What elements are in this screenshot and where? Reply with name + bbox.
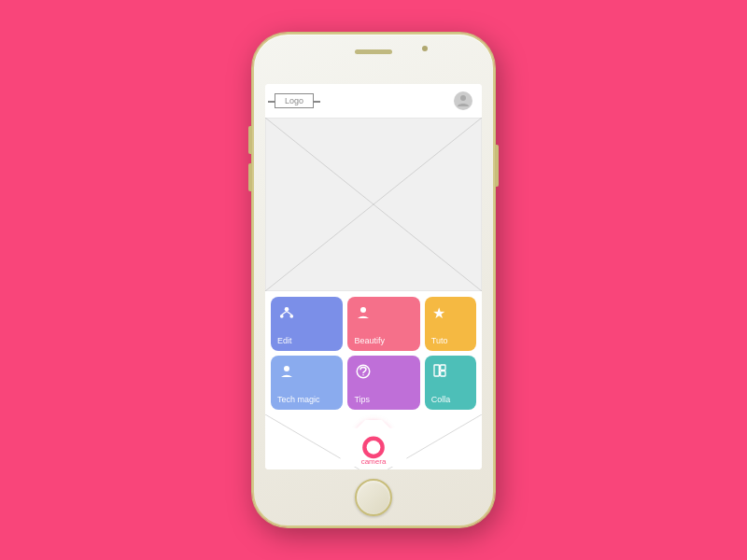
tiles-row-1: Edit Beautify ★ Tuto — [271, 297, 476, 351]
tile-tips[interactable]: Tips — [347, 356, 419, 410]
tile-edit-label: Edit — [277, 336, 292, 345]
app-header: Logo — [265, 84, 482, 118]
tile-techmagic[interactable]: Tech magic — [271, 356, 343, 410]
collage-icon — [432, 363, 447, 382]
svg-point-6 — [289, 315, 293, 318]
camera-label: camera — [361, 457, 387, 466]
tile-tutorial[interactable]: ★ Tuto — [425, 297, 476, 351]
svg-point-5 — [280, 315, 284, 318]
front-camera-dot — [422, 46, 428, 51]
svg-point-18 — [362, 437, 385, 459]
svg-line-7 — [282, 312, 287, 315]
svg-point-0 — [460, 95, 466, 101]
screen: Logo — [265, 84, 482, 469]
svg-line-17 — [388, 414, 482, 469]
tips-icon — [355, 363, 372, 384]
svg-line-8 — [287, 312, 291, 315]
tile-tutorial-label: Tuto — [431, 336, 448, 345]
tile-beautify[interactable]: Beautify — [347, 297, 419, 351]
svg-point-9 — [360, 307, 366, 313]
volume-down-button — [248, 163, 252, 191]
svg-point-19 — [367, 441, 381, 455]
svg-rect-15 — [440, 371, 444, 376]
phone-device: Logo — [252, 33, 495, 527]
svg-point-4 — [285, 307, 289, 312]
svg-rect-13 — [434, 365, 439, 376]
tiles-grid: Edit Beautify ★ Tuto — [265, 291, 482, 414]
tile-collage-label: Colla — [431, 395, 451, 404]
speaker — [355, 49, 392, 54]
svg-rect-14 — [440, 365, 444, 370]
beautify-icon — [355, 304, 372, 325]
logo: Logo — [275, 93, 314, 108]
tile-techmagic-label: Tech magic — [277, 395, 320, 404]
techmagic-icon — [278, 363, 295, 384]
tile-tips-label: Tips — [354, 395, 370, 404]
tutorial-icon: ★ — [432, 304, 445, 322]
edit-icon — [278, 304, 295, 325]
camera-button[interactable] — [356, 420, 391, 455]
svg-point-12 — [363, 374, 365, 376]
volume-up-button — [248, 126, 252, 154]
home-button[interactable] — [355, 479, 392, 516]
svg-line-16 — [265, 414, 359, 469]
hero-image-placeholder — [265, 118, 482, 291]
power-button — [495, 145, 499, 187]
tiles-row-2: Tech magic Tips — [271, 356, 476, 410]
svg-point-10 — [284, 366, 289, 371]
camera-area: camera — [265, 414, 482, 469]
tile-edit[interactable]: Edit — [271, 297, 343, 351]
tile-collage[interactable]: Colla — [425, 356, 476, 410]
tile-beautify-label: Beautify — [354, 336, 385, 345]
profile-icon[interactable] — [454, 91, 472, 110]
